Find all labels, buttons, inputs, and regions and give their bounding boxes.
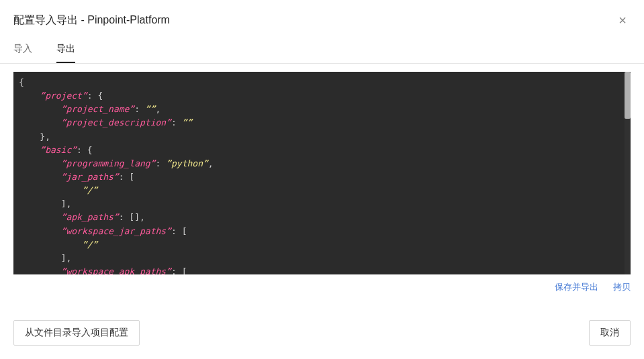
config-import-export-dialog: 配置导入导出 - Pinpoint-Platform × 导入 导出 { ”pr… [0,0,644,359]
tab-bar: 导入 导出 [0,34,644,64]
cancel-button[interactable]: 取消 [589,320,631,346]
scrollbar-track[interactable] [625,72,631,274]
code-panel-wrap: { ”project”: { ”project_name”: ””, ”proj… [13,72,631,274]
scrollbar-thumb[interactable] [625,72,631,119]
dialog-title: 配置导入导出 - Pinpoint-Platform [13,13,170,28]
close-icon[interactable]: × [614,12,631,28]
tab-export[interactable]: 导出 [56,43,75,63]
code-action-row: 保存并导出 拷贝 [0,274,644,293]
copy-button[interactable]: 拷贝 [613,281,631,293]
tab-import[interactable]: 导入 [13,43,32,63]
import-from-directory-button[interactable]: 从文件目录导入项目配置 [13,320,140,346]
config-json-view[interactable]: { ”project”: { ”project_name”: ””, ”proj… [13,72,631,274]
dialog-header: 配置导入导出 - Pinpoint-Platform × [0,0,644,34]
save-and-export-button[interactable]: 保存并导出 [555,281,598,293]
dialog-footer: 从文件目录导入项目配置 取消 [0,307,644,359]
